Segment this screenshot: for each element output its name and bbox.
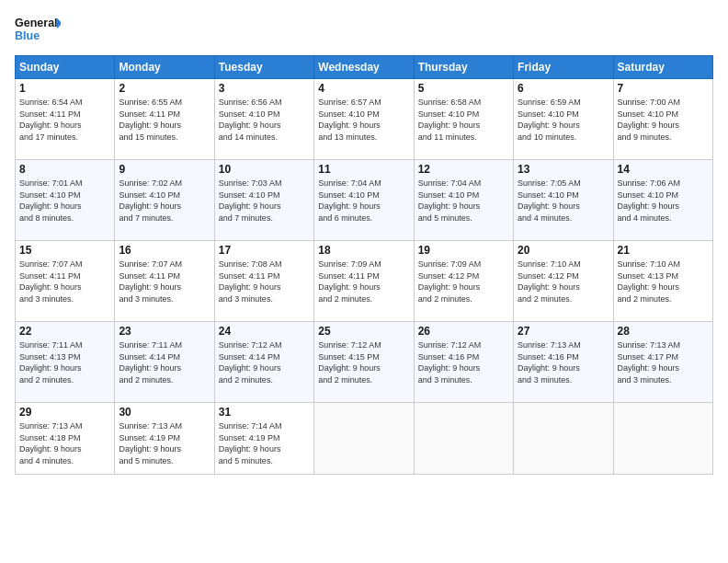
page-header: General Blue (15, 11, 713, 48)
calendar-cell: 17Sunrise: 7:08 AMSunset: 4:11 PMDayligh… (214, 241, 313, 322)
calendar-cell: 24Sunrise: 7:12 AMSunset: 4:14 PMDayligh… (214, 322, 313, 403)
weekday-header: Wednesday (314, 56, 414, 79)
day-number: 15 (19, 244, 110, 257)
weekday-header: Tuesday (214, 56, 313, 79)
day-info: Sunrise: 7:10 AMSunset: 4:12 PMDaylight:… (518, 259, 609, 304)
calendar-cell (414, 403, 513, 475)
svg-text:Blue: Blue (15, 29, 40, 42)
day-number: 5 (418, 82, 509, 95)
day-info: Sunrise: 7:02 AMSunset: 4:10 PMDaylight:… (119, 178, 210, 224)
calendar-cell: 11Sunrise: 7:04 AMSunset: 4:10 PMDayligh… (314, 160, 414, 241)
day-number: 2 (119, 82, 210, 95)
calendar-cell: 31Sunrise: 7:14 AMSunset: 4:19 PMDayligh… (214, 403, 313, 475)
day-info: Sunrise: 7:12 AMSunset: 4:15 PMDaylight:… (318, 339, 409, 385)
calendar-cell: 5Sunrise: 6:58 AMSunset: 4:10 PMDaylight… (414, 79, 513, 160)
day-info: Sunrise: 6:59 AMSunset: 4:10 PMDaylight:… (518, 97, 609, 143)
calendar-cell: 26Sunrise: 7:12 AMSunset: 4:16 PMDayligh… (414, 322, 513, 403)
calendar-week-row: 1Sunrise: 6:54 AMSunset: 4:11 PMDaylight… (16, 79, 713, 160)
day-info: Sunrise: 6:56 AMSunset: 4:10 PMDaylight:… (219, 97, 310, 143)
calendar-cell: 3Sunrise: 6:56 AMSunset: 4:10 PMDaylight… (214, 79, 313, 160)
day-info: Sunrise: 7:07 AMSunset: 4:11 PMDaylight:… (19, 259, 110, 304)
calendar-cell: 28Sunrise: 7:13 AMSunset: 4:17 PMDayligh… (613, 322, 712, 403)
weekday-header: Sunday (16, 56, 115, 79)
day-number: 11 (318, 163, 409, 176)
calendar-cell: 27Sunrise: 7:13 AMSunset: 4:16 PMDayligh… (514, 322, 613, 403)
day-number: 17 (219, 244, 310, 257)
day-number: 23 (119, 325, 210, 338)
day-number: 4 (318, 82, 409, 95)
day-number: 7 (618, 82, 709, 95)
day-number: 3 (219, 82, 310, 95)
day-info: Sunrise: 7:11 AMSunset: 4:14 PMDaylight:… (119, 339, 210, 385)
day-info: Sunrise: 7:13 AMSunset: 4:18 PMDaylight:… (19, 420, 110, 466)
day-number: 19 (418, 244, 509, 257)
weekday-header: Thursday (414, 56, 513, 79)
day-info: Sunrise: 7:08 AMSunset: 4:11 PMDaylight:… (219, 259, 310, 304)
calendar-cell (613, 403, 712, 475)
day-number: 14 (618, 163, 709, 176)
calendar-week-row: 29Sunrise: 7:13 AMSunset: 4:18 PMDayligh… (16, 403, 713, 475)
day-info: Sunrise: 7:07 AMSunset: 4:11 PMDaylight:… (119, 259, 210, 304)
calendar-cell: 25Sunrise: 7:12 AMSunset: 4:15 PMDayligh… (314, 322, 414, 403)
calendar-cell: 2Sunrise: 6:55 AMSunset: 4:11 PMDaylight… (115, 79, 214, 160)
calendar-cell: 16Sunrise: 7:07 AMSunset: 4:11 PMDayligh… (115, 241, 214, 322)
day-number: 6 (518, 82, 609, 95)
day-info: Sunrise: 7:04 AMSunset: 4:10 PMDaylight:… (318, 178, 409, 224)
calendar-cell (314, 403, 414, 475)
day-number: 13 (518, 163, 609, 176)
day-info: Sunrise: 6:55 AMSunset: 4:11 PMDaylight:… (119, 97, 210, 143)
day-number: 20 (518, 244, 609, 257)
day-number: 29 (19, 406, 110, 419)
calendar-cell (514, 403, 613, 475)
day-number: 12 (418, 163, 509, 176)
logo: General Blue (15, 11, 61, 48)
day-info: Sunrise: 7:09 AMSunset: 4:11 PMDaylight:… (318, 259, 409, 304)
calendar-cell: 13Sunrise: 7:05 AMSunset: 4:10 PMDayligh… (514, 160, 613, 241)
weekday-header: Friday (514, 56, 613, 79)
calendar-cell: 9Sunrise: 7:02 AMSunset: 4:10 PMDaylight… (115, 160, 214, 241)
calendar-cell: 10Sunrise: 7:03 AMSunset: 4:10 PMDayligh… (214, 160, 313, 241)
day-info: Sunrise: 7:04 AMSunset: 4:10 PMDaylight:… (418, 178, 509, 224)
day-info: Sunrise: 7:09 AMSunset: 4:12 PMDaylight:… (418, 259, 509, 304)
day-number: 24 (219, 325, 310, 338)
calendar-cell: 18Sunrise: 7:09 AMSunset: 4:11 PMDayligh… (314, 241, 414, 322)
day-number: 16 (119, 244, 210, 257)
day-info: Sunrise: 7:12 AMSunset: 4:16 PMDaylight:… (418, 339, 509, 385)
day-number: 10 (219, 163, 310, 176)
day-number: 27 (518, 325, 609, 338)
day-info: Sunrise: 6:57 AMSunset: 4:10 PMDaylight:… (318, 97, 409, 143)
day-number: 1 (19, 82, 110, 95)
calendar-header-row: SundayMondayTuesdayWednesdayThursdayFrid… (16, 56, 713, 79)
calendar-cell: 29Sunrise: 7:13 AMSunset: 4:18 PMDayligh… (16, 403, 115, 475)
calendar-cell: 19Sunrise: 7:09 AMSunset: 4:12 PMDayligh… (414, 241, 513, 322)
day-info: Sunrise: 6:54 AMSunset: 4:11 PMDaylight:… (19, 97, 110, 143)
calendar-week-row: 8Sunrise: 7:01 AMSunset: 4:10 PMDaylight… (16, 160, 713, 241)
day-number: 30 (119, 406, 210, 419)
day-number: 26 (418, 325, 509, 338)
day-info: Sunrise: 7:13 AMSunset: 4:17 PMDaylight:… (618, 339, 709, 385)
calendar-cell: 23Sunrise: 7:11 AMSunset: 4:14 PMDayligh… (115, 322, 214, 403)
calendar-cell: 14Sunrise: 7:06 AMSunset: 4:10 PMDayligh… (613, 160, 712, 241)
calendar-week-row: 22Sunrise: 7:11 AMSunset: 4:13 PMDayligh… (16, 322, 713, 403)
day-number: 31 (219, 406, 310, 419)
calendar-cell: 7Sunrise: 7:00 AMSunset: 4:10 PMDaylight… (613, 79, 712, 160)
svg-marker-2 (57, 18, 61, 29)
day-info: Sunrise: 7:13 AMSunset: 4:19 PMDaylight:… (119, 420, 210, 466)
day-info: Sunrise: 7:01 AMSunset: 4:10 PMDaylight:… (19, 178, 110, 224)
day-number: 21 (618, 244, 709, 257)
day-info: Sunrise: 7:12 AMSunset: 4:14 PMDaylight:… (219, 339, 310, 385)
calendar-cell: 6Sunrise: 6:59 AMSunset: 4:10 PMDaylight… (514, 79, 613, 160)
calendar-cell: 1Sunrise: 6:54 AMSunset: 4:11 PMDaylight… (16, 79, 115, 160)
calendar-cell: 30Sunrise: 7:13 AMSunset: 4:19 PMDayligh… (115, 403, 214, 475)
day-info: Sunrise: 7:14 AMSunset: 4:19 PMDaylight:… (219, 420, 310, 466)
calendar-cell: 20Sunrise: 7:10 AMSunset: 4:12 PMDayligh… (514, 241, 613, 322)
calendar-week-row: 15Sunrise: 7:07 AMSunset: 4:11 PMDayligh… (16, 241, 713, 322)
day-number: 22 (19, 325, 110, 338)
day-info: Sunrise: 7:05 AMSunset: 4:10 PMDaylight:… (518, 178, 609, 224)
day-info: Sunrise: 7:13 AMSunset: 4:16 PMDaylight:… (518, 339, 609, 385)
calendar-cell: 4Sunrise: 6:57 AMSunset: 4:10 PMDaylight… (314, 79, 414, 160)
day-info: Sunrise: 7:11 AMSunset: 4:13 PMDaylight:… (19, 339, 110, 385)
weekday-header: Monday (115, 56, 214, 79)
day-info: Sunrise: 7:06 AMSunset: 4:10 PMDaylight:… (618, 178, 709, 224)
svg-text:General: General (15, 17, 58, 30)
